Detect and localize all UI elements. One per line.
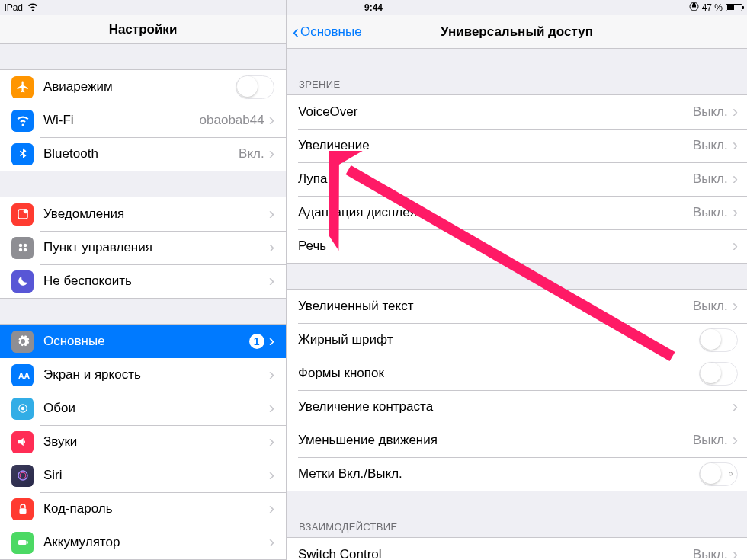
battery-icon: [726, 4, 742, 11]
row-label: Адаптация дисплея: [298, 205, 693, 220]
chevron-left-icon: ‹: [293, 23, 299, 41]
row-value: Выкл.: [693, 547, 728, 560]
row-value: Выкл.: [693, 433, 728, 448]
chevron-right-icon: ›: [269, 273, 274, 290]
wifi-settings-icon: [11, 110, 34, 132]
chevron-right-icon: ›: [733, 204, 738, 221]
sidebar-item-sounds[interactable]: Звуки ›: [0, 425, 286, 459]
row-label: Увеличение: [298, 138, 693, 153]
chevron-right-icon: ›: [269, 146, 274, 162]
row-magnifier[interactable]: Лупа Выкл. ›: [287, 162, 747, 196]
row-label: Звуки: [43, 434, 269, 450]
row-label: Wi-Fi: [43, 113, 200, 128]
chevron-right-icon: ›: [269, 467, 274, 484]
sidebar-item-notifications[interactable]: Уведомления ›: [0, 197, 286, 231]
row-increase-contrast[interactable]: Увеличение контраста ›: [287, 390, 747, 424]
row-on-off-labels[interactable]: Метки Вкл./Выкл.: [287, 457, 747, 491]
sounds-icon: [11, 431, 34, 453]
row-label: Увеличенный текст: [298, 299, 693, 314]
detail-header: ‹ Основные Универсальный доступ: [287, 15, 747, 49]
siri-icon: [11, 465, 34, 487]
svg-rect-12: [19, 508, 26, 514]
sidebar-item-airplane-mode[interactable]: Авиарежим: [0, 70, 286, 104]
chevron-right-icon: ›: [733, 137, 738, 154]
row-label: Формы кнопок: [298, 366, 699, 381]
gear-icon: [11, 331, 34, 353]
settings-sidebar: Настройки Авиарежим Wi-Fi obaobab44: [0, 0, 287, 560]
wifi-icon: [27, 2, 38, 13]
row-value: Вкл.: [239, 146, 264, 162]
row-label: Речь: [298, 238, 733, 254]
back-button[interactable]: ‹ Основные: [293, 23, 362, 41]
chevron-right-icon: ›: [269, 400, 274, 417]
on-off-labels-toggle[interactable]: [699, 462, 738, 486]
row-label: Метки Вкл./Выкл.: [298, 466, 699, 482]
sidebar-item-dnd[interactable]: Не беспокоить ›: [0, 264, 286, 298]
chevron-right-icon: ›: [733, 171, 738, 187]
wallpaper-icon: [11, 398, 34, 420]
row-value: Выкл.: [693, 299, 728, 314]
row-value: Выкл.: [693, 171, 728, 187]
sidebar-title: Настройки: [109, 22, 178, 37]
row-label: Жирный шрифт: [298, 332, 699, 347]
row-value: Выкл.: [693, 205, 728, 220]
detail-pane: ‹ Основные Универсальный доступ ЗРЕНИЕ V…: [287, 0, 747, 560]
row-label: Пункт управления: [43, 240, 269, 255]
sidebar-item-battery[interactable]: Аккумулятор ›: [0, 526, 286, 559]
sidebar-item-display[interactable]: AA Экран и яркость ›: [0, 358, 286, 392]
detail-title: Универсальный доступ: [441, 24, 593, 40]
sidebar-item-passcode[interactable]: Код-пароль ›: [0, 492, 286, 526]
chevron-right-icon: ›: [269, 206, 274, 222]
airplane-icon: [11, 76, 34, 98]
airplane-toggle[interactable]: [236, 75, 274, 99]
sidebar-item-wifi[interactable]: Wi-Fi obaobab44 ›: [0, 104, 286, 137]
row-bold-text[interactable]: Жирный шрифт: [287, 323, 747, 357]
row-label: Уменьшение движения: [298, 433, 693, 448]
chevron-right-icon: ›: [733, 432, 738, 449]
chevron-right-icon: ›: [733, 546, 738, 560]
row-button-shapes[interactable]: Формы кнопок: [287, 357, 747, 390]
chevron-right-icon: ›: [269, 434, 274, 450]
row-zoom[interactable]: Увеличение Выкл. ›: [287, 129, 747, 162]
bluetooth-icon: [11, 143, 34, 165]
control-center-icon: [11, 237, 34, 259]
sidebar-item-bluetooth[interactable]: Bluetooth Вкл. ›: [0, 137, 286, 171]
chevron-right-icon: ›: [269, 112, 274, 129]
orientation-lock-icon: [689, 2, 699, 14]
sidebar-item-control-center[interactable]: Пункт управления ›: [0, 231, 286, 264]
sidebar-item-siri[interactable]: Siri ›: [0, 459, 286, 492]
row-larger-text[interactable]: Увеличенный текст Выкл. ›: [287, 290, 747, 323]
chevron-right-icon: ›: [733, 238, 738, 254]
chevron-right-icon: ›: [269, 239, 274, 256]
svg-rect-13: [18, 540, 27, 545]
button-shapes-toggle[interactable]: [699, 362, 738, 386]
row-reduce-motion[interactable]: Уменьшение движения Выкл. ›: [287, 424, 747, 457]
battery-settings-icon: [11, 532, 34, 554]
sidebar-item-wallpaper[interactable]: Обои ›: [0, 392, 286, 425]
update-badge: 1: [249, 334, 264, 349]
chevron-right-icon: ›: [269, 534, 274, 551]
sidebar-item-general[interactable]: Основные 1 ›: [0, 325, 286, 358]
row-label: VoiceOver: [298, 104, 693, 120]
svg-point-2: [23, 209, 27, 213]
svg-point-5: [18, 248, 22, 252]
row-speech[interactable]: Речь ›: [287, 229, 747, 263]
row-label: Siri: [43, 468, 269, 483]
chevron-right-icon: ›: [733, 298, 738, 315]
bold-text-toggle[interactable]: [699, 328, 738, 352]
row-display-accommodations[interactable]: Адаптация дисплея Выкл. ›: [287, 196, 747, 229]
row-label: Не беспокоить: [43, 274, 269, 289]
row-label: Обои: [43, 401, 269, 416]
row-label: Увеличение контраста: [298, 399, 733, 414]
lock-icon: [11, 498, 34, 520]
row-value: obaobab44: [200, 113, 264, 128]
row-switch-control[interactable]: Switch Control Выкл. ›: [287, 538, 747, 560]
chevron-right-icon: ›: [733, 398, 738, 415]
chevron-right-icon: ›: [733, 104, 738, 120]
chevron-right-icon: ›: [269, 501, 274, 517]
section-header-interaction: ВЗАИМОДЕЙСТВИЕ: [287, 517, 747, 537]
notifications-icon: [11, 203, 34, 226]
clock: 9:44: [364, 2, 383, 13]
row-voiceover[interactable]: VoiceOver Выкл. ›: [287, 95, 747, 129]
display-icon: AA: [11, 364, 34, 386]
